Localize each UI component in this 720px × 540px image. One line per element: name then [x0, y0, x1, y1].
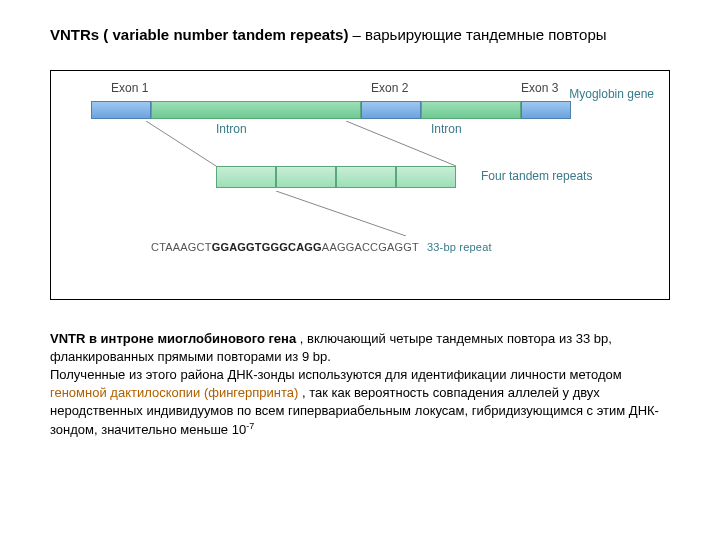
title-rest: – варьирующие тандемные повторы	[353, 26, 607, 43]
seq-bold: GGAGGTGGGCAGG	[212, 241, 322, 253]
cap4-sup: -7	[246, 421, 254, 431]
exon-1	[91, 101, 151, 119]
svg-line-1	[346, 121, 456, 166]
gene-label: Myoglobin gene	[569, 87, 654, 101]
exon-label-2: Exon 2	[371, 81, 408, 95]
zoom-lines-2	[216, 191, 456, 236]
gene-track	[91, 101, 621, 119]
caption: VNTR в интроне миоглобинового гена , вкл…	[50, 330, 670, 440]
cap1-bold: VNTR в интроне миоглобинового гена	[50, 331, 300, 346]
svg-line-0	[146, 121, 216, 166]
zoom-lines-1	[81, 121, 611, 171]
repeat-2	[276, 166, 336, 188]
cap1-rest: , включающий четыре тандемных повтора из…	[300, 331, 612, 346]
cap3: Полученные из этого района ДНК-зонды исп…	[50, 367, 622, 382]
repeat-1	[216, 166, 276, 188]
repeat-4	[396, 166, 456, 188]
cap2: фланкированных прямыми повторами из 9 bp…	[50, 349, 331, 364]
exon-3	[521, 101, 571, 119]
svg-line-3	[276, 191, 406, 236]
gene-diagram: Exon 1 Exon 2 Exon 3 Intron Intron Myogl…	[50, 70, 670, 300]
page-title: VNTRs ( variable number tandem repeats) …	[50, 25, 670, 45]
title-bold: VNTRs ( variable number tandem repeats)	[50, 26, 353, 43]
intron-2	[421, 101, 521, 119]
seq-label: 33-bp repeat	[427, 241, 492, 253]
exon-2	[361, 101, 421, 119]
sequence-row: CTAAAGCTGGAGGTGGGCAGGAAGGACCGAGGT33-bp r…	[151, 241, 492, 253]
intron-1	[151, 101, 361, 119]
repeats-label: Four tandem repeats	[481, 169, 592, 183]
exon-label-1: Exon 1	[111, 81, 148, 95]
tandem-repeats	[216, 166, 456, 188]
seq-post: AAGGACCGAGGT	[322, 241, 419, 253]
exon-label-3: Exon 3	[521, 81, 558, 95]
cap4-hl: геномной дактилоскопии (фингерпринта)	[50, 385, 302, 400]
seq-pre: CTAAAGCT	[151, 241, 212, 253]
repeat-3	[336, 166, 396, 188]
